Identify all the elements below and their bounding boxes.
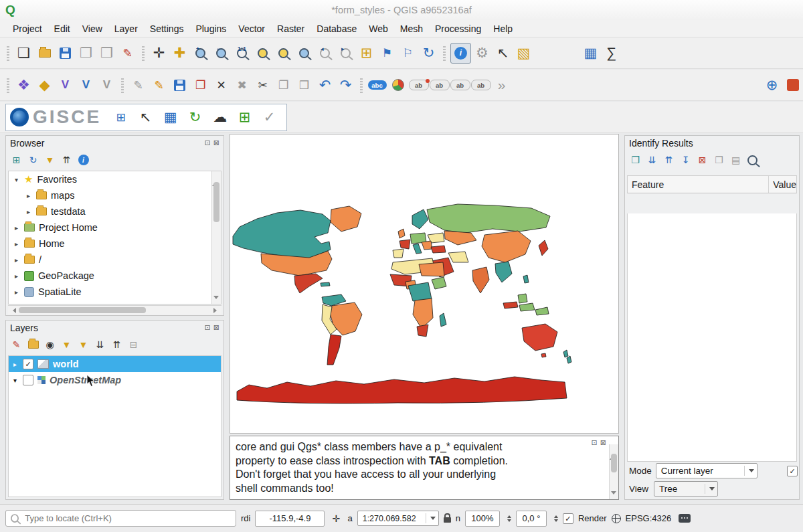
gisce-sync-icon[interactable]: ↻	[185, 108, 205, 127]
locate-input[interactable]	[23, 513, 232, 524]
browser-item-spatialite[interactable]: ▸ SpatiaLite	[9, 284, 221, 300]
menu-view[interactable]: View	[76, 21, 108, 36]
gisce-table-icon[interactable]: ▦	[161, 108, 180, 127]
menu-mesh[interactable]: Mesh	[394, 21, 429, 36]
zoom-full-icon[interactable]	[253, 43, 272, 63]
gisce-add-map-icon[interactable]: ⊞	[235, 108, 254, 127]
pan-map-icon[interactable]: ✛	[149, 43, 169, 63]
rotation-spin-buttons[interactable]	[554, 515, 558, 522]
identify-open-form-icon[interactable]: ❒	[628, 153, 643, 168]
layers-close-icon[interactable]: ⊠	[213, 323, 219, 332]
console-float-icon[interactable]: ⊡	[592, 436, 598, 450]
browser-properties-icon[interactable]: i	[76, 153, 91, 168]
python-console[interactable]: ⊡ ⊠ core and gui Qgs* class members have…	[230, 436, 619, 500]
gisce-check-icon[interactable]: ✓	[260, 108, 279, 127]
magnifier-spinbox[interactable]: 100%	[465, 511, 500, 527]
menu-vector[interactable]: Vector	[232, 21, 271, 36]
zoom-to-selection-icon[interactable]	[274, 43, 293, 63]
new-virtual-layer-icon[interactable]: V	[97, 76, 116, 95]
layer-row-world[interactable]: ▸ ✓ world	[9, 356, 221, 372]
map-themes-icon[interactable]: ◉	[42, 337, 58, 353]
extents-toggle-icon[interactable]: ✛	[329, 511, 343, 526]
metasearch-globe-icon[interactable]: ⊕	[762, 76, 782, 95]
browser-item-maps[interactable]: ▸ maps	[9, 187, 221, 203]
locate-search[interactable]	[5, 510, 236, 527]
browser-filter-icon[interactable]: ▼	[42, 153, 58, 168]
copy-style-icon[interactable]: ❐	[191, 76, 210, 95]
render-checkbox[interactable]: ✓	[563, 513, 573, 524]
new-print-layout-icon[interactable]: ❐	[76, 43, 96, 63]
new-geopackage-layer-icon[interactable]: ◆	[35, 76, 54, 95]
identify-features-icon[interactable]: i	[450, 43, 471, 64]
browser-horizontal-scrollbar[interactable]	[8, 305, 221, 315]
browser-item-root[interactable]: ▸ /	[9, 252, 221, 268]
menu-help[interactable]: Help	[487, 21, 519, 36]
toolbar-handle[interactable]	[121, 77, 124, 93]
browser-vertical-scrollbar[interactable]	[211, 171, 221, 304]
statistical-summary-icon[interactable]: ∑	[602, 43, 621, 63]
new-shapefile-layer-icon[interactable]: V	[56, 76, 75, 95]
show-bookmarks-icon[interactable]: ⚐	[398, 43, 418, 63]
menu-database[interactable]: Database	[310, 21, 363, 36]
toolbar-handle[interactable]	[7, 77, 9, 93]
new-bookmark-icon[interactable]: ⚑	[377, 43, 397, 63]
gisce-pointer-icon[interactable]: ↖	[136, 108, 155, 127]
column-value[interactable]: Value	[769, 179, 796, 190]
auto-open-form-checkbox[interactable]: ✓	[787, 466, 798, 476]
layer-diagram-icon[interactable]	[388, 76, 408, 95]
browser-item-project-home[interactable]: ▸ Project Home	[9, 219, 221, 236]
gisce-tree-icon[interactable]: ⊞	[111, 108, 130, 127]
menu-project[interactable]: Project	[7, 21, 48, 36]
identify-expand-new-icon[interactable]: ↧	[678, 153, 693, 168]
toolbar-handle[interactable]	[360, 77, 363, 93]
zoom-to-layer-icon[interactable]	[294, 43, 314, 63]
feature-actions-icon[interactable]: ⚙	[472, 43, 492, 63]
mode-combobox[interactable]: Current layer	[656, 463, 757, 478]
zoom-out-icon[interactable]: −	[211, 43, 231, 63]
style-manager-icon[interactable]: ✎	[118, 43, 137, 63]
label-single-icon[interactable]: ab	[409, 76, 428, 95]
toolbar-handle[interactable]	[7, 45, 9, 61]
new-spatialite-layer-icon[interactable]: V	[76, 76, 96, 95]
map-canvas[interactable]	[230, 134, 619, 434]
label-move-icon[interactable]: ab	[471, 76, 490, 95]
layout-manager-icon[interactable]: ❒	[97, 43, 116, 63]
zoom-next-icon[interactable]: ▸	[336, 43, 355, 63]
identify-clear-results-icon[interactable]: ⊠	[695, 153, 710, 168]
crs-status[interactable]: EPSG:4326	[626, 513, 672, 523]
data-source-manager-icon[interactable]: ❖	[14, 76, 33, 95]
menu-web[interactable]: Web	[363, 21, 394, 36]
cut-features-icon[interactable]: ✂	[253, 76, 272, 95]
view-combobox[interactable]: Tree	[654, 481, 718, 497]
deselect-features-icon[interactable]: ▧	[514, 43, 533, 63]
scale-combobox[interactable]: 1:270.069.582	[357, 511, 439, 526]
expand-all-icon[interactable]: ⇊	[92, 337, 108, 353]
open-attribute-table-icon[interactable]: ▦	[581, 43, 600, 63]
zoom-last-icon[interactable]: ◂	[315, 43, 335, 63]
messages-icon[interactable]	[679, 514, 691, 523]
browser-item-favorites[interactable]: ▾ ★ Favorites	[9, 171, 221, 187]
layer-styling-icon[interactable]: ✎	[9, 337, 24, 353]
add-group-icon[interactable]	[25, 337, 41, 353]
pan-to-selection-icon[interactable]: ✚	[170, 43, 189, 63]
toggle-editing-icon[interactable]: ✎	[149, 76, 169, 95]
identify-copy-icon[interactable]: ❐	[711, 153, 727, 168]
gisce-cloud-upload-icon[interactable]: ☁	[210, 108, 230, 127]
refresh-map-icon[interactable]: ↻	[419, 43, 438, 63]
console-close-icon[interactable]: ⊠	[600, 436, 606, 450]
filter-legend-icon[interactable]: ▼	[59, 337, 74, 353]
browser-refresh-icon[interactable]: ↻	[25, 153, 41, 168]
save-project-icon[interactable]	[56, 43, 75, 63]
browser-close-icon[interactable]: ⊠	[213, 139, 219, 147]
identify-expand-tree-icon[interactable]: ⇊	[644, 153, 660, 168]
zoom-native-icon[interactable]: 1:1	[232, 43, 252, 63]
browser-float-icon[interactable]: ⊡	[205, 139, 211, 147]
vertex-tool-icon[interactable]: ✕	[211, 76, 231, 95]
menu-plugins[interactable]: Plugins	[189, 21, 232, 36]
menu-settings[interactable]: Settings	[144, 21, 190, 36]
menu-raster[interactable]: Raster	[271, 21, 310, 36]
save-layer-edits-icon[interactable]	[170, 76, 189, 95]
new-map-view-icon[interactable]: ⊞	[357, 43, 376, 63]
menu-edit[interactable]: Edit	[48, 21, 76, 36]
paste-features-icon[interactable]: ❒	[294, 76, 314, 95]
